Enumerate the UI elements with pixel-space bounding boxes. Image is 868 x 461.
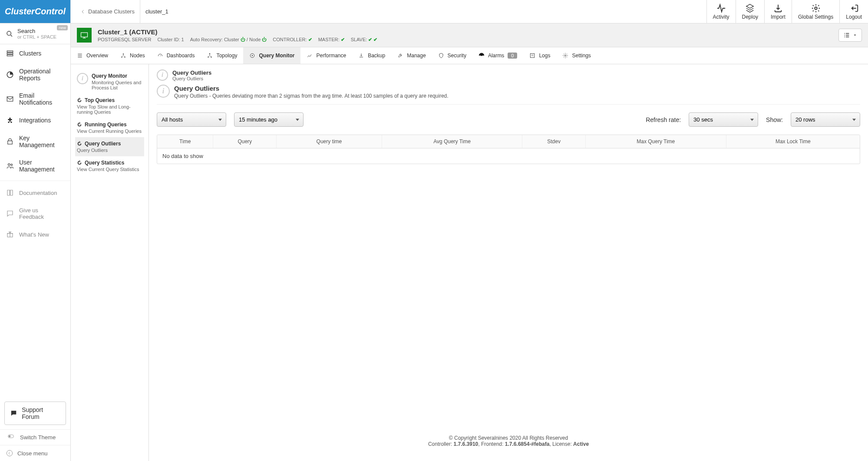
tab-logs[interactable]: Logs — [523, 47, 556, 64]
nodes-icon — [120, 53, 126, 59]
support-forum-button[interactable]: Support Forum — [4, 402, 66, 425]
target-icon — [249, 53, 255, 59]
sidebar-item-docs[interactable]: Documentation — [0, 184, 70, 202]
alarm-icon — [479, 53, 485, 59]
gift-icon — [6, 230, 14, 238]
caret-down-icon — [853, 33, 857, 37]
svg-rect-3 — [7, 53, 13, 54]
query-monitor-subnav: i Query Monitor Monitoring Queries and P… — [71, 64, 149, 461]
deploy-button[interactable]: Deploy — [736, 0, 764, 23]
activity-button[interactable]: Activity — [706, 0, 736, 23]
new-badge: new — [57, 25, 68, 30]
svg-rect-2 — [7, 51, 13, 52]
wrench-icon — [397, 53, 403, 59]
breadcrumb-root[interactable]: Database Clusters — [75, 8, 140, 15]
global-settings-label: Global Settings — [798, 14, 833, 20]
subnav-query-outliers[interactable]: Query Outliers Query Outliers — [75, 137, 144, 156]
search-row[interactable]: Search or CTRL + SPACE new — [0, 23, 70, 44]
master-status: MASTER: ✔ — [318, 37, 345, 43]
close-menu-label: Close menu — [17, 450, 47, 457]
cluster-id: Cluster ID: 1 — [157, 37, 184, 42]
show-label: Show: — [766, 116, 783, 123]
sidebar-item-feedback[interactable]: Give us Feedback — [0, 202, 70, 225]
subnav-query-monitor[interactable]: i Query Monitor Monitoring Queries and P… — [75, 69, 144, 94]
sidebar-item-keymgmt[interactable]: Key Management — [0, 129, 70, 154]
cluster-actions-button[interactable] — [838, 29, 862, 42]
global-settings-button[interactable]: Global Settings — [792, 0, 839, 23]
users-icon — [6, 162, 14, 170]
sidebar-item-integrations[interactable]: Integrations — [0, 111, 70, 129]
th-stdev[interactable]: Stdev — [522, 135, 586, 148]
sidebar-usermgmt-label: User Management — [19, 159, 64, 173]
subnav-top-queries[interactable]: Top Queries View Top Slow and Long-runni… — [75, 94, 144, 118]
time-range-select[interactable]: 15 minutes ago — [234, 112, 304, 127]
switch-theme[interactable]: Switch Theme — [0, 429, 70, 445]
dashboard-icon — [157, 53, 163, 59]
table-header: Time Query Query time Avg Query Time Std… — [157, 135, 860, 148]
tab-topology[interactable]: Topology — [201, 47, 243, 64]
cluster-status-icon — [77, 28, 92, 43]
th-maxlock[interactable]: Max Lock Time — [726, 135, 860, 148]
sidebar-email-label: Email Notifications — [19, 92, 64, 106]
sidebar-reports-label: Operational Reports — [19, 68, 64, 82]
tab-backup[interactable]: Backup — [352, 47, 391, 64]
close-menu[interactable]: Close menu — [0, 445, 70, 461]
breadcrumb-current[interactable]: cluster_1 — [140, 0, 174, 23]
tab-manage[interactable]: Manage — [391, 47, 432, 64]
topology-icon — [207, 53, 213, 59]
tab-settings[interactable]: Settings — [556, 47, 597, 64]
controller-status: CONTROLLER: ✔ — [273, 37, 312, 43]
svg-point-17 — [209, 53, 210, 54]
chat-icon — [6, 210, 14, 217]
cluster-title: Cluster_1 (ACTIVE) — [98, 28, 377, 36]
cluster-tabs: Overview Nodes Dashboards Topology Query… — [71, 47, 868, 64]
switch-theme-label: Switch Theme — [20, 434, 56, 441]
gear-icon — [811, 3, 821, 13]
sidebar-item-usermgmt[interactable]: User Management — [0, 154, 70, 178]
svg-point-11 — [9, 435, 11, 437]
tab-dashboards[interactable]: Dashboards — [151, 47, 201, 64]
sidebar-whatsnew-label: What's New — [19, 231, 49, 238]
sidebar-item-whatsnew[interactable]: What's New — [0, 225, 70, 244]
th-time[interactable]: Time — [157, 135, 213, 148]
th-avg[interactable]: Avg Query Time — [382, 135, 523, 148]
sidebar-item-clusters[interactable]: Clusters — [0, 44, 70, 63]
th-query[interactable]: Query — [213, 135, 277, 148]
th-querytime[interactable]: Query time — [277, 135, 382, 148]
logout-label: Logout — [846, 14, 862, 20]
lock-icon — [6, 138, 14, 145]
topbar: ClusterControl Database Clusters cluster… — [0, 0, 868, 23]
logout-icon — [849, 3, 859, 13]
rows-select[interactable]: 20 rows — [791, 112, 860, 127]
overview-icon — [77, 53, 83, 59]
refresh-icon — [77, 98, 82, 103]
svg-point-0 — [815, 7, 817, 10]
info-icon: i — [157, 69, 168, 81]
import-label: Import — [771, 14, 785, 20]
tab-security[interactable]: Security — [432, 47, 472, 64]
tab-performance[interactable]: Performance — [300, 47, 352, 64]
panel-subtitle: Query Outliers — [172, 76, 211, 81]
subnav-query-statistics[interactable]: Query Statistics View Current Query Stat… — [75, 156, 144, 175]
tab-overview[interactable]: Overview — [71, 47, 114, 64]
tab-query-monitor[interactable]: Query Monitor — [243, 47, 300, 64]
th-max[interactable]: Max Query Time — [586, 135, 726, 148]
logo[interactable]: ClusterControl — [0, 0, 71, 23]
chevron-left-icon — [80, 9, 86, 14]
refresh-rate-select[interactable]: 30 secs — [689, 112, 758, 127]
tab-alarms[interactable]: Alarms0 — [472, 47, 523, 64]
import-button[interactable]: Import — [764, 0, 792, 23]
sidebar-item-email[interactable]: Email Notifications — [0, 87, 70, 111]
hosts-select[interactable]: All hosts — [157, 112, 226, 127]
subnav-running-queries[interactable]: Running Queries View Current Running Que… — [75, 118, 144, 137]
alarms-count-badge: 0 — [508, 53, 517, 59]
tab-nodes[interactable]: Nodes — [114, 47, 151, 64]
svg-rect-5 — [7, 97, 13, 102]
comment-icon — [10, 409, 17, 417]
logout-button[interactable]: Logout — [839, 0, 868, 23]
sidebar-item-reports[interactable]: Operational Reports — [0, 63, 70, 87]
section-description: Query Outliers - Queries deviating more … — [174, 93, 449, 99]
sidebar-keymgmt-label: Key Management — [19, 135, 64, 148]
activity-icon — [716, 3, 726, 13]
filter-controls: All hosts 15 minutes ago Refresh rate: 3… — [157, 112, 860, 127]
